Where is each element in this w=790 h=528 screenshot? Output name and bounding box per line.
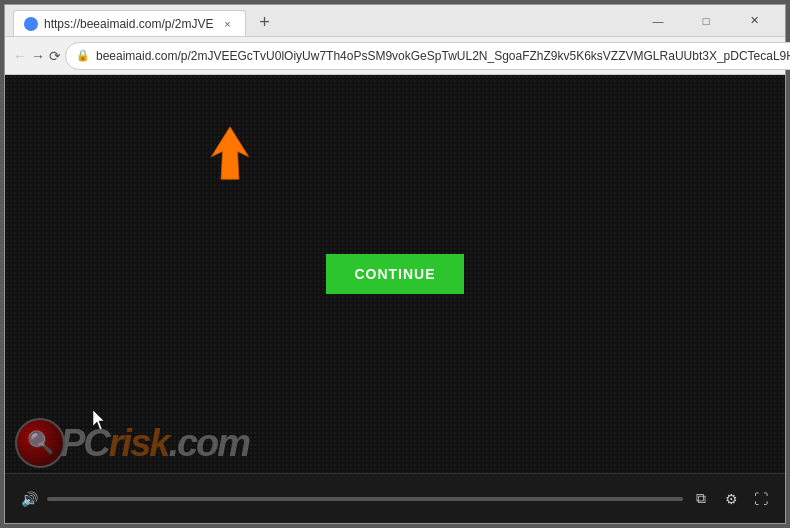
risk-text: risk [109,422,169,464]
address-bar[interactable]: 🔒 beeaimaid.com/p/2mJVEEGcTvU0lOiyUw7Th4… [65,42,790,70]
progress-bar[interactable] [47,497,683,501]
continue-button[interactable]: CONTINUE [326,254,463,294]
right-controls: ⧉ ⚙ ⛶ [689,487,773,511]
navigation-bar: ← → ⟳ 🔒 beeaimaid.com/p/2mJVEEGcTvU0lOiy… [5,37,785,75]
maximize-button[interactable]: □ [683,7,729,35]
forward-button[interactable]: → [31,42,45,70]
pcrisk-logo-icon [15,418,65,468]
minimize-button[interactable]: — [635,7,681,35]
window-close-button[interactable]: ✕ [731,7,777,35]
pcrisk-watermark: PCrisk.com [15,418,249,468]
controls-row: 🔊 ⧉ ⚙ ⛶ [17,487,773,511]
play-button[interactable]: 🔊 [17,487,41,511]
settings-button[interactable]: ⚙ [719,487,743,511]
mouse-cursor [93,410,105,428]
browser-tab[interactable]: https://beeaimaid.com/p/2mJVE × [13,10,246,36]
content-area: CONTINUE PCrisk.com 🔊 ⧉ [5,75,785,523]
watermark-text: PCrisk.com [60,424,249,462]
svg-marker-1 [93,410,104,430]
new-tab-button[interactable]: + [250,8,278,36]
tab-close-button[interactable]: × [219,16,235,32]
svg-marker-0 [211,127,249,180]
video-controls-bar: 🔊 ⧉ ⚙ ⛶ [5,473,785,523]
domain-text: .com [168,422,249,464]
back-button[interactable]: ← [13,42,27,70]
tab-title: https://beeaimaid.com/p/2mJVE [44,17,213,31]
title-bar: https://beeaimaid.com/p/2mJVE × + — □ ✕ [5,5,785,37]
browser-window: https://beeaimaid.com/p/2mJVE × + — □ ✕ … [4,4,786,524]
tab-area: https://beeaimaid.com/p/2mJVE × + [13,5,635,36]
window-controls: — □ ✕ [635,7,777,35]
fullscreen-button[interactable]: ⛶ [749,487,773,511]
video-player: CONTINUE [5,75,785,473]
lock-icon: 🔒 [76,49,90,62]
pip-button[interactable]: ⧉ [689,487,713,511]
tab-favicon [24,17,38,31]
reload-button[interactable]: ⟳ [49,42,61,70]
address-text: beeaimaid.com/p/2mJVEEGcTvU0lOiyUw7Th4oP… [96,49,790,63]
